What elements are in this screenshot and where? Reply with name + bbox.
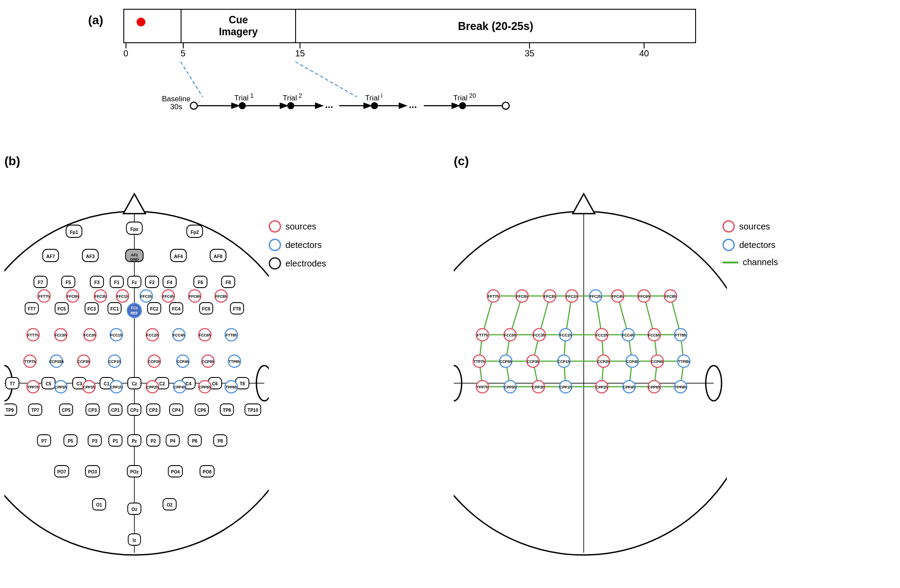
svg-text:FTT8h: FTT8h [226,333,237,337]
elec-P4: P4 [166,435,179,446]
svg-point-2 [190,102,197,109]
svg-text:P2: P2 [151,439,156,444]
tick-40: 40 [639,43,649,59]
svg-text:Iz: Iz [133,538,136,543]
svg-text:CPP4h: CPP4h [174,385,185,389]
svg-text:TPP8h: TPP8h [675,385,686,389]
legend-b: sources detectors electrodes [269,220,326,276]
legend-source-icon [269,220,281,233]
elec-FC6: FC6 [200,303,213,314]
svg-text:FCC2h: FCC2h [146,333,158,337]
legend-c-sources: sources [722,220,778,233]
svg-text:PO8: PO8 [203,470,211,474]
svg-text:FC6: FC6 [202,307,211,311]
timeline-ticks: 0 5 15 35 [123,43,696,57]
svg-text:Trial: Trial [234,94,248,102]
svg-text:FCC1h: FCC1h [110,333,122,337]
svg-text:CPP5h: CPP5h [55,385,67,389]
elec-P3: P3 [88,435,101,446]
elec-P2: P2 [147,435,160,446]
svg-text:CP5: CP5 [62,408,70,413]
svg-text:TP8: TP8 [223,408,231,413]
svg-text:CP1: CP1 [111,408,120,413]
svg-marker-228 [573,194,595,214]
svg-text:F1: F1 [114,280,119,285]
elec-P5: P5 [64,435,77,446]
elec-FT8: FT8 [230,303,244,314]
elec-F4: F4 [163,276,176,288]
svg-text:FFC6h: FFC6h [189,294,200,299]
panel-b: (b) sources detectors electrodes [0,150,449,581]
svg-text:Cz: Cz [132,381,137,386]
svg-text:FTT7h: FTT7h [477,333,488,337]
svg-text:FFC8h: FFC8h [215,294,227,299]
svg-text:CPP6h: CPP6h [199,385,211,389]
svg-text:TTP7h: TTP7h [474,359,485,364]
svg-text:C3: C3 [77,381,82,386]
svg-text:CPP4h: CPP4h [623,385,635,389]
break-label: Break (20-25s) [458,20,533,33]
svg-text:30s: 30s [170,103,182,111]
svg-point-14 [459,102,466,109]
svg-text:FCC1h: FCC1h [559,333,571,337]
elec-FC1: FC1 [108,303,121,314]
elec-POz: POz [127,466,141,477]
cue-label-line1: Cue [229,14,248,26]
elec-F5: F5 [62,276,75,288]
svg-text:T8: T8 [240,381,245,386]
elec-CP1: CP1 [109,404,122,415]
legend-c-detectors: detectors [722,239,778,251]
elec-PO7: PO7 [55,466,69,477]
svg-text:F6: F6 [198,280,203,285]
svg-text:AF3: AF3 [86,254,95,259]
svg-text:CPP6h: CPP6h [648,385,660,389]
legend-electrode-label: electrodes [285,259,326,269]
svg-text:CPP5h: CPP5h [504,385,516,389]
legend-b-electrodes: electrodes [269,257,326,270]
legend-c-source-label: sources [739,222,770,232]
svg-text:FFC5h: FFC5h [516,294,528,299]
svg-text:TP9: TP9 [6,408,14,413]
elec-Cz: Cz [128,377,141,389]
svg-text:F4: F4 [167,280,172,285]
svg-text:GND: GND [130,257,139,262]
elec-FC4: FC4 [170,303,183,314]
legend-c: sources detectors channels [722,220,778,274]
svg-text:TP7: TP7 [31,408,40,413]
tick-35: 35 [525,43,534,59]
svg-text:FCz: FCz [131,306,138,310]
elec-Fp1: Fp1 [66,225,82,237]
elec-F6: F6 [194,276,207,288]
svg-text:REF: REF [131,311,138,315]
svg-text:CPP1h: CPP1h [559,385,571,389]
elec-FT7: FT7 [25,303,38,314]
svg-text:FFC1h: FFC1h [566,294,578,299]
svg-text:PO7: PO7 [57,470,66,474]
svg-text:TTP8h: TTP8h [678,359,689,364]
svg-text:FFC2h: FFC2h [590,294,601,299]
svg-text:FFC4h: FFC4h [612,294,623,299]
svg-text:FCC4h: FCC4h [173,333,185,337]
svg-text:CCP4h: CCP4h [177,359,189,364]
timeline-seg-dot [124,10,181,42]
elec-TP10: TP10 [245,404,261,415]
svg-text:FCC6h: FCC6h [648,333,660,337]
svg-text:...: ... [325,99,333,110]
svg-text:C6: C6 [212,381,218,386]
elec-PO3: PO3 [85,466,100,477]
svg-text:CCP6h: CCP6h [651,359,663,364]
svg-text:T7: T7 [10,381,15,386]
svg-text:...: ... [409,99,417,110]
panel-a-label: (a) [88,13,103,27]
svg-text:FCC3h: FCC3h [533,333,545,337]
head-b-svg: Fp1 Fpz Fp2 AF7 AF3 AFz GND [4,163,269,577]
svg-text:FFC2h: FFC2h [141,294,152,299]
svg-text:P7: P7 [41,439,47,444]
svg-text:CCP6h: CCP6h [202,359,214,364]
elec-TP9: TP9 [4,404,17,415]
svg-text:PO3: PO3 [88,470,97,474]
legend-c-detector-label: detectors [739,240,775,250]
legend-c-channel-label: channels [743,257,778,267]
elec-AF7: AF7 [43,249,59,262]
timeline-seg-break: Break (20-25s) [296,10,695,42]
